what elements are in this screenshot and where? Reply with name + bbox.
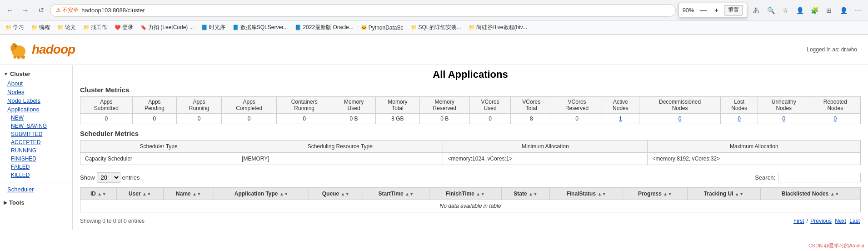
- sidebar-item-nodes[interactable]: Nodes: [0, 88, 72, 96]
- bookmark-python[interactable]: 🐱 PythonDataSc: [359, 24, 405, 32]
- sort-icon: ▲▼: [663, 191, 672, 196]
- db-icon: 📘: [233, 25, 239, 30]
- address-bar[interactable]: ⚠ 不安全 hadoop103:8088/cluster: [50, 4, 676, 17]
- sidebar-tools-header[interactable]: ▶ Tools: [0, 197, 72, 208]
- col-queue[interactable]: Queue ▲▼: [309, 188, 363, 200]
- back-button[interactable]: ←: [4, 4, 16, 17]
- bookmark-sqlserver[interactable]: 📘 数据库SQLServer...: [231, 23, 290, 32]
- main-layout: ▼ Cluster About Nodes Node Labels Applic…: [0, 65, 868, 230]
- calendar-icon: 📘: [201, 25, 208, 30]
- forward-button[interactable]: →: [19, 4, 32, 17]
- user-avatar[interactable]: 👤: [837, 4, 850, 17]
- sidebar-item-node-labels[interactable]: Node Labels: [0, 96, 72, 105]
- page-title: All Applications: [80, 69, 861, 80]
- bookmark-button[interactable]: ⊞: [823, 4, 835, 17]
- bookmark-时光序[interactable]: 📘 时光序: [200, 23, 227, 32]
- scheduler-row: Capacity Scheduler [MEMORY] <memory:1024…: [80, 153, 861, 165]
- bookmark-编程[interactable]: 📁 编程: [30, 23, 52, 32]
- bookmark-label: 论文: [65, 24, 76, 31]
- col-start-time[interactable]: StartTime ▲▼: [363, 188, 429, 200]
- col-tracking-ui[interactable]: Tracking UI ▲▼: [687, 188, 760, 200]
- bookmark-label: PythonDataSc: [369, 25, 404, 31]
- rebooted-nodes-link[interactable]: 0: [833, 115, 837, 122]
- bookmark-论文[interactable]: 📁 论文: [55, 23, 78, 32]
- col-name[interactable]: Name ▲▼: [163, 188, 214, 200]
- pagination-last[interactable]: Last: [849, 218, 860, 224]
- more-button[interactable]: ⋯: [852, 4, 864, 17]
- translate-button[interactable]: あ: [750, 4, 763, 17]
- heart-icon: ❤️: [115, 25, 121, 30]
- col-user[interactable]: User ▲▼: [117, 188, 164, 200]
- pagination-first[interactable]: First: [793, 218, 804, 224]
- col-blacklisted-nodes[interactable]: Blacklisted Nodes ▲▼: [760, 188, 860, 200]
- collapse-arrow-icon: ▼: [4, 71, 8, 76]
- sort-icon: ▲▼: [142, 191, 151, 196]
- sidebar-item-about[interactable]: About: [0, 79, 72, 88]
- zoom-reset-button[interactable]: 重置: [724, 5, 743, 15]
- col-apps-pending: AppsPending: [132, 97, 177, 114]
- col-final-status[interactable]: FinalStatus ▲▼: [550, 188, 623, 200]
- bookmark-登录[interactable]: ❤️ 登录: [113, 23, 135, 32]
- sort-icon: ▲▼: [735, 191, 744, 196]
- sidebar-item-accepted[interactable]: ACCEPTED: [0, 138, 72, 146]
- val-containers-running: 0: [277, 114, 332, 124]
- bookmark-leetcode[interactable]: 🔖 力扣 (LeetCode) ...: [139, 23, 196, 32]
- sort-icon: ▲▼: [97, 191, 106, 196]
- show-entries-select[interactable]: 10 20 25 50 100: [97, 172, 120, 183]
- sort-icon: ▲▼: [597, 191, 606, 196]
- col-scheduler-type: Scheduler Type: [80, 141, 237, 153]
- col-id[interactable]: ID ▲▼: [80, 188, 117, 200]
- entries-label: entries: [122, 174, 140, 181]
- search-button[interactable]: 🔍: [764, 4, 777, 17]
- val-min-allocation: <memory:1024, vCores:1>: [443, 153, 648, 165]
- sidebar-item-killed[interactable]: KILLED: [0, 171, 72, 179]
- val-apps-running: 0: [177, 114, 222, 124]
- svg-point-4: [15, 45, 16, 46]
- browser-chrome: ← → ↺ ⚠ 不安全 hadoop103:8088/cluster 90% —…: [0, 0, 868, 35]
- pagination-next[interactable]: Next: [835, 218, 846, 224]
- scheduler-metrics-table: Scheduler Type Scheduling Resource Type …: [80, 140, 861, 165]
- pagination: First / Previous Next Last: [793, 218, 861, 224]
- bookmark-找工作[interactable]: 📁 找工作: [81, 23, 109, 32]
- extension-button[interactable]: 🧩: [808, 4, 821, 17]
- no-data-row: No data available in table: [80, 200, 861, 212]
- sidebar-item-finished[interactable]: FINISHED: [0, 155, 72, 163]
- profile-button[interactable]: 👤: [793, 4, 806, 17]
- sidebar-item-failed[interactable]: FAILED: [0, 163, 72, 171]
- zoom-popup: 90% — + 重置: [678, 3, 747, 18]
- sidebar-item-new[interactable]: NEW: [0, 114, 72, 122]
- sidebar-item-running[interactable]: RUNNING: [0, 146, 72, 155]
- bookmark-label: 登录: [122, 24, 133, 31]
- bookmark-hive[interactable]: 📁 尚硅谷Hive教程(hiv...: [467, 23, 529, 32]
- sidebar-item-submitted[interactable]: SUBMITTED: [0, 130, 72, 138]
- col-finish-time[interactable]: FinishTime ▲▼: [429, 188, 502, 200]
- search-input[interactable]: [778, 173, 861, 182]
- col-progress[interactable]: Progress ▲▼: [623, 188, 687, 200]
- unhealthy-nodes-link[interactable]: 0: [782, 115, 785, 122]
- pagination-previous[interactable]: Previous: [810, 218, 832, 224]
- active-nodes-link[interactable]: 1: [619, 115, 622, 122]
- decommissioned-nodes-link[interactable]: 0: [678, 115, 682, 122]
- bookmark-label: SQL的详细安装...: [419, 24, 461, 31]
- star-button[interactable]: ☆: [779, 4, 792, 17]
- col-state[interactable]: State ▲▼: [501, 188, 550, 200]
- col-application-type[interactable]: Application Type ▲▼: [214, 188, 309, 200]
- browser-actions: あ 🔍 ☆ 👤 🧩 ⊞ 👤 ⋯: [750, 4, 864, 17]
- sidebar-item-applications[interactable]: Applications: [0, 105, 72, 114]
- hadoop-logo: hadoop: [7, 38, 75, 61]
- folder-icon: 📁: [411, 25, 417, 30]
- table-controls: Show 10 20 25 50 100 entries Search:: [80, 171, 861, 185]
- zoom-plus-button[interactable]: +: [713, 5, 720, 15]
- bookmark-sql-install[interactable]: 📁 SQL的详细安装...: [409, 23, 463, 32]
- zoom-level-display: 90%: [683, 7, 694, 14]
- lost-nodes-link[interactable]: 0: [738, 115, 741, 122]
- reload-button[interactable]: ↺: [35, 4, 47, 17]
- sidebar-item-scheduler[interactable]: Scheduler: [0, 185, 72, 194]
- hadoop-elephant-icon: [7, 38, 30, 61]
- sidebar-item-new-saving[interactable]: NEW_SAVING: [0, 122, 72, 130]
- zoom-minus-button[interactable]: —: [698, 5, 709, 15]
- bookmark-学习[interactable]: 📁 学习: [4, 23, 26, 32]
- bookmark-oracle[interactable]: 📘 2022最新版 Oracle...: [293, 23, 355, 32]
- header-logo-area: hadoop Logged in as: dr.who: [0, 35, 868, 65]
- sidebar-cluster-header[interactable]: ▼ Cluster: [0, 69, 72, 79]
